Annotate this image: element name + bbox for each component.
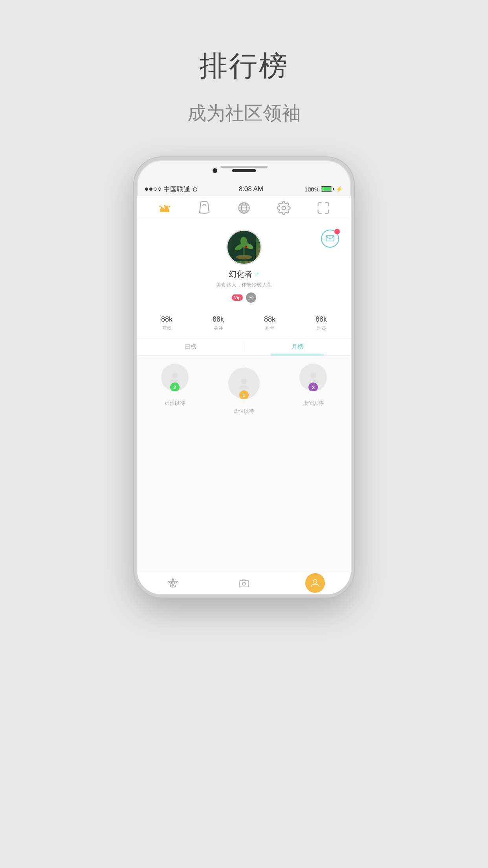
user-bio: 美食达人，体验冷暖人生 xyxy=(216,281,272,289)
svg-point-28 xyxy=(242,582,246,585)
svg-point-20 xyxy=(172,373,178,378)
user-badges: Vip xyxy=(232,292,257,303)
podium-name-2: 虚位以待 xyxy=(165,400,185,407)
stat-footprints-label: 足迹 xyxy=(317,325,326,332)
stat-footprints-value: 88k xyxy=(316,315,327,324)
stat-mutual-follow[interactable]: 88k 互粉 xyxy=(161,315,172,332)
podium-rank-2[interactable]: 2 虚位以待 xyxy=(161,364,189,407)
stat-following[interactable]: 88k 关注 xyxy=(213,315,224,332)
profile-section: 幻化者 ♂ 美食达人，体验冷暖人生 Vip xyxy=(137,220,351,309)
podium-name-1: 虚位以待 xyxy=(234,408,254,415)
tab-bar: 日榜 月榜 xyxy=(137,338,351,356)
message-button[interactable] xyxy=(321,230,339,248)
battery-fill xyxy=(322,187,331,191)
stats-row: 88k 互粉 88k 关注 88k 粉丝 88k 足迹 xyxy=(137,309,351,338)
rank-badge-3: 3 xyxy=(308,383,318,391)
bag-nav-icon[interactable] xyxy=(197,201,211,215)
crown-nav-icon[interactable] xyxy=(158,201,172,215)
settings-badge xyxy=(246,292,256,303)
rank-badge-1: 1 xyxy=(239,390,249,399)
stat-footprints[interactable]: 88k 足迹 xyxy=(316,315,327,332)
svg-point-3 xyxy=(169,206,170,207)
gender-icon: ♂ xyxy=(255,271,259,278)
bottom-nav-camera[interactable] xyxy=(234,573,254,593)
podium-rank-3[interactable]: 3 虚位以待 xyxy=(299,364,327,407)
battery-percent: 100% xyxy=(305,186,319,193)
dot-1 xyxy=(145,188,148,191)
svg-rect-18 xyxy=(326,235,334,241)
leaderboard-section: 2 虚位以待 1 虚位以待 xyxy=(137,356,351,571)
status-right: 100% ⚡ xyxy=(305,186,343,193)
top-nav xyxy=(137,196,351,220)
avatar-plant-image xyxy=(227,231,261,264)
battery-indicator xyxy=(321,186,334,192)
stat-following-value: 88k xyxy=(213,315,224,324)
svg-rect-0 xyxy=(160,211,169,212)
page-title: 排行榜 xyxy=(199,47,289,85)
stat-following-label: 关注 xyxy=(214,325,223,332)
stat-followers[interactable]: 88k 粉丝 xyxy=(264,315,275,332)
bottom-nav-discover[interactable] xyxy=(163,573,183,593)
message-badge xyxy=(334,229,340,234)
podium-avatar-1: 1 xyxy=(228,368,260,399)
status-bar: 中国联通 ⊜ 8:08 AM 100% ⚡ xyxy=(137,182,351,196)
user-avatar[interactable] xyxy=(226,230,262,265)
bottom-nav xyxy=(137,571,351,594)
charging-icon: ⚡ xyxy=(336,186,343,193)
wifi-icon: ⊜ xyxy=(193,186,198,193)
status-left: 中国联通 ⊜ xyxy=(145,185,198,194)
app-screen: 幻化者 ♂ 美食达人，体验冷暖人生 Vip 88k 互粉 8 xyxy=(137,196,351,594)
time-display: 8:08 AM xyxy=(239,185,263,193)
battery-body xyxy=(321,186,332,192)
podium-avatar-2: 2 xyxy=(161,364,189,391)
rank-badge-2: 2 xyxy=(170,383,180,391)
camera-dot xyxy=(213,168,217,173)
podium-name-3: 虚位以待 xyxy=(303,400,323,407)
settings-nav-icon[interactable] xyxy=(277,201,291,215)
dot-2 xyxy=(149,188,152,191)
bottom-nav-profile[interactable] xyxy=(305,573,325,593)
phone-top-bar xyxy=(220,166,268,168)
podium-rank-1[interactable]: 1 虚位以待 xyxy=(228,368,260,415)
stat-mutual-label: 互粉 xyxy=(162,325,172,332)
globe-nav-icon[interactable] xyxy=(237,201,251,215)
page-subtitle: 成为社区领袖 xyxy=(187,101,301,126)
svg-point-29 xyxy=(313,579,317,583)
svg-point-19 xyxy=(251,297,252,298)
svg-point-1 xyxy=(164,205,165,206)
battery-tip xyxy=(333,188,334,190)
stat-mutual-value: 88k xyxy=(161,315,172,324)
phone-frame: 中国联通 ⊜ 8:08 AM 100% ⚡ xyxy=(134,157,354,598)
stat-followers-value: 88k xyxy=(264,315,275,324)
side-button-2 xyxy=(134,267,135,286)
stat-followers-label: 粉丝 xyxy=(265,325,275,332)
side-button-1 xyxy=(134,239,135,259)
svg-point-17 xyxy=(246,246,247,247)
tab-monthly[interactable]: 月榜 xyxy=(244,338,351,355)
scan-nav-icon[interactable] xyxy=(316,201,330,215)
earpiece xyxy=(232,169,256,172)
svg-rect-27 xyxy=(239,581,249,587)
podium-row: 2 虚位以待 1 虚位以待 xyxy=(137,356,351,419)
tab-daily[interactable]: 日榜 xyxy=(137,338,244,355)
side-button-right xyxy=(353,255,354,286)
svg-point-21 xyxy=(241,379,247,384)
podium-avatar-3: 3 xyxy=(299,364,327,391)
svg-point-2 xyxy=(159,206,161,207)
signal-dots xyxy=(145,188,161,191)
dot-3 xyxy=(154,188,157,191)
svg-point-22 xyxy=(310,373,316,378)
carrier-label: 中国联通 xyxy=(163,185,190,194)
dot-4 xyxy=(158,188,161,191)
svg-point-9 xyxy=(282,206,285,210)
username-display: 幻化者 ♂ xyxy=(229,269,259,280)
vip-badge: Vip xyxy=(232,294,243,301)
